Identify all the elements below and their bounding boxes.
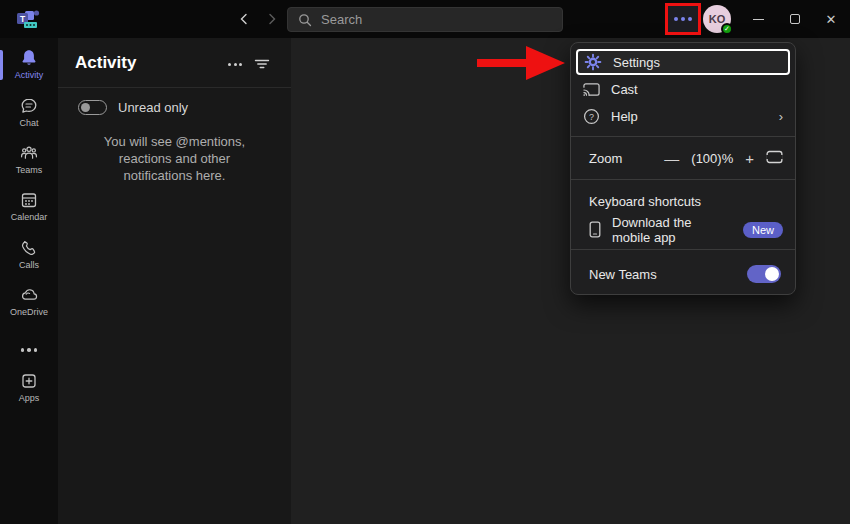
help-label: Help: [611, 109, 768, 124]
mobile-phone-icon: [589, 221, 601, 238]
sidebar-item-label: Activity: [15, 70, 44, 80]
zoom-out-button[interactable]: —: [664, 151, 679, 166]
annotation-red-box: [665, 3, 701, 35]
nav-forward-button[interactable]: [260, 7, 284, 31]
unread-only-label: Unread only: [118, 100, 188, 115]
unread-only-toggle[interactable]: [78, 100, 107, 115]
bell-icon: [19, 48, 39, 68]
menu-divider: [571, 179, 795, 180]
more-options-menu: Settings Cast ? Help › Zoom — (100)%: [570, 42, 796, 295]
new-teams-label: New Teams: [589, 267, 747, 282]
zoom-value: (100)%: [691, 151, 733, 166]
gear-icon: [584, 53, 602, 71]
cast-label: Cast: [611, 82, 783, 97]
empty-line-1: You will see @mentions,: [58, 133, 291, 150]
activity-more-button[interactable]: [224, 53, 246, 75]
menu-item-download-mobile[interactable]: Download the mobile app New: [571, 216, 795, 243]
chevron-left-icon: [237, 12, 251, 26]
sidebar-item-label: Teams: [16, 165, 43, 175]
unread-only-row: Unread only: [78, 100, 188, 115]
menu-item-settings[interactable]: Settings: [576, 49, 790, 75]
search-icon: [298, 13, 312, 27]
settings-label: Settings: [613, 55, 782, 70]
active-indicator: [0, 50, 3, 80]
presence-available-icon: ✓: [721, 23, 733, 35]
sidebar-item-label: Calendar: [11, 212, 48, 222]
fullscreen-button[interactable]: [766, 150, 783, 166]
sidebar-item-calendar[interactable]: Calendar: [0, 190, 58, 222]
menu-item-cast[interactable]: Cast: [571, 76, 795, 103]
empty-state-text: You will see @mentions, reactions and ot…: [58, 133, 291, 184]
empty-line-3: notifications here.: [58, 167, 291, 184]
chat-icon: [19, 96, 39, 116]
menu-divider: [571, 136, 795, 137]
zoom-in-button[interactable]: +: [745, 151, 754, 166]
menu-divider: [571, 249, 795, 250]
teams-people-icon: [19, 143, 39, 163]
avatar[interactable]: KO ✓: [703, 5, 731, 33]
activity-panel: Activity Unread only You will see @menti…: [58, 38, 291, 524]
teams-logo-icon: T: [16, 8, 42, 30]
sidebar-item-label: OneDrive: [10, 307, 48, 317]
cast-icon: [583, 82, 600, 97]
activity-panel-header: Activity: [58, 38, 291, 88]
filter-button[interactable]: [251, 53, 273, 75]
sidebar-item-label: Apps: [19, 393, 40, 403]
sidebar-item-activity[interactable]: Activity: [0, 48, 58, 80]
zoom-label: Zoom: [589, 151, 664, 166]
more-options-button[interactable]: [668, 6, 698, 32]
download-mobile-label: Download the mobile app: [612, 215, 732, 245]
help-icon: ?: [583, 108, 600, 125]
search-box[interactable]: [287, 7, 563, 32]
chevron-right-icon: ›: [779, 109, 783, 124]
onedrive-cloud-icon: [18, 285, 40, 305]
filter-icon: [254, 57, 270, 71]
teams-window: T KO: [0, 0, 850, 524]
menu-item-help[interactable]: ? Help ›: [571, 103, 795, 130]
sidebar-item-apps[interactable]: Apps: [0, 371, 58, 403]
keyboard-shortcuts-label: Keyboard shortcuts: [589, 194, 701, 209]
sidebar-item-teams[interactable]: Teams: [0, 143, 58, 175]
page-title: Activity: [75, 53, 136, 73]
new-teams-row: New Teams: [571, 256, 795, 292]
chevron-right-icon: [265, 12, 279, 26]
sidebar-item-chat[interactable]: Chat: [0, 96, 58, 128]
sidebar-item-label: Calls: [19, 260, 39, 270]
phone-icon: [19, 238, 39, 258]
maximize-button[interactable]: [782, 7, 808, 31]
more-apps-button[interactable]: [0, 338, 58, 362]
sidebar-item-calls[interactable]: Calls: [0, 238, 58, 270]
svg-text:T: T: [20, 14, 26, 24]
menu-zoom-row: Zoom — (100)% +: [571, 143, 795, 173]
new-badge: New: [743, 222, 783, 238]
calendar-icon: [19, 190, 39, 210]
app-rail: Activity Chat Teams: [0, 38, 58, 524]
sidebar-item-label: Chat: [19, 118, 38, 128]
apps-plus-icon: [19, 371, 39, 391]
search-input[interactable]: [321, 12, 552, 27]
new-teams-toggle[interactable]: [747, 265, 781, 283]
svg-text:?: ?: [589, 112, 594, 122]
sidebar-item-onedrive[interactable]: OneDrive: [0, 285, 58, 317]
minimize-button[interactable]: [745, 7, 771, 31]
fullscreen-frame-icon: [766, 150, 783, 164]
empty-line-2: reactions and other: [58, 150, 291, 167]
title-bar: T KO: [0, 0, 850, 38]
close-button[interactable]: ✕: [818, 7, 844, 31]
nav-back-button[interactable]: [232, 7, 256, 31]
menu-item-keyboard-shortcuts[interactable]: Keyboard shortcuts: [571, 186, 795, 216]
